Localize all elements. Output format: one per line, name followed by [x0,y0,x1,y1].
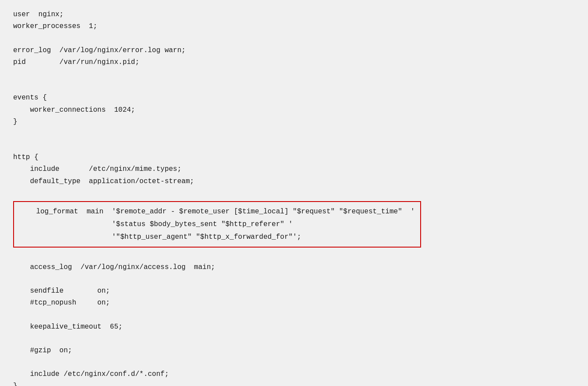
code-line-events: events { [13,92,575,104]
code-line-http-close: } [13,380,575,386]
log-format-line3: '"$http_user_agent" "$http_x_forwarded_f… [19,231,415,244]
code-line-gzip: #gzip on; [13,345,575,357]
code-line-include-confd: include /etc/nginx/conf.d/*.conf; [13,368,575,380]
empty-line-9 [13,309,575,321]
empty-line-7 [13,249,575,261]
empty-line-5 [13,140,575,152]
code-line-sendfile: sendfile on; [13,285,575,297]
empty-line-2 [13,68,575,80]
empty-line-3 [13,80,575,92]
code-line-pid: pid /var/run/nginx.pid; [13,57,575,68]
code-line-http: http { [13,152,575,163]
log-format-line1: log_format main '$remote_addr - $remote_… [19,205,415,218]
code-line-default-type: default_type application/octet-stream; [13,176,575,188]
code-line-access-log: access_log /var/log/nginx/access.log mai… [13,262,575,273]
code-line-keepalive: keepalive_timeout 65; [13,321,575,333]
log-format-block: log_format main '$remote_addr - $remote_… [13,201,421,248]
code-line-user: user nginx; [13,9,575,21]
empty-line-1 [13,32,575,44]
log-format-line2: '$status $body_bytes_sent "$http_referer… [19,218,415,231]
code-line-error-log: error_log /var/log/nginx/error.log warn; [13,45,575,57]
code-line-include-mime: include /etc/nginx/mime.types; [13,163,575,175]
empty-line-6 [13,188,575,199]
empty-line-4 [13,128,575,140]
code-line-events-close: } [13,116,575,128]
empty-line-8 [13,273,575,285]
empty-line-10 [13,333,575,345]
code-line-tcp-nopush: #tcp_nopush on; [13,297,575,309]
code-viewer: user nginx; worker_processes 1; error_lo… [0,0,588,386]
code-line-worker-processes: worker_processes 1; [13,21,575,32]
code-line-worker-connections: worker_connections 1024; [13,104,575,116]
empty-line-11 [13,357,575,368]
